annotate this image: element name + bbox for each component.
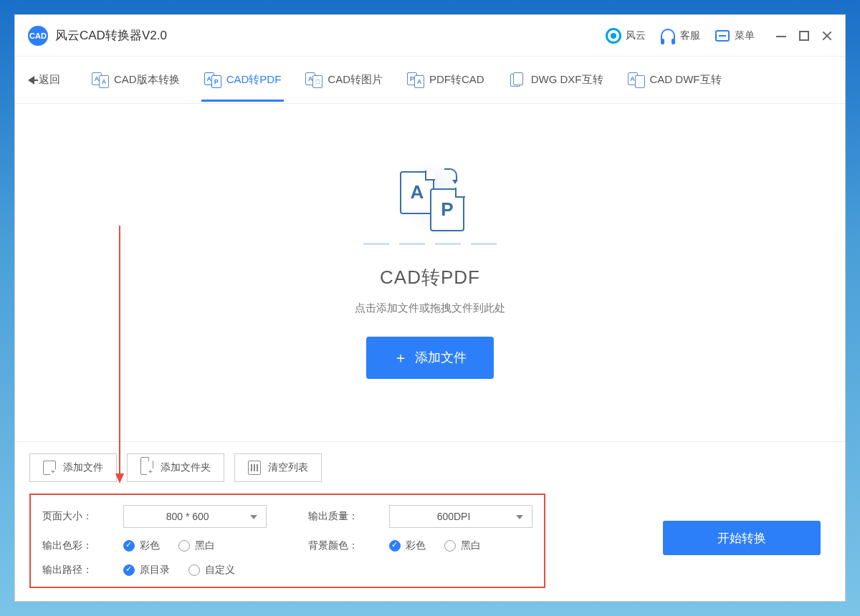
radio-label: 自定义	[205, 564, 235, 577]
radio-unchecked-icon	[444, 540, 456, 552]
radio-unchecked-icon	[178, 540, 190, 552]
drop-title: CAD转PDF	[380, 265, 480, 290]
output-path-group: 原目录 自定义	[123, 564, 532, 577]
radio-label: 黑白	[195, 539, 215, 552]
tab-label: CAD DWF互转	[650, 73, 722, 87]
tab-label: DWG DXF互转	[531, 73, 603, 87]
radio-label: 黑白	[461, 539, 481, 552]
radio-label: 彩色	[140, 539, 160, 552]
doc-convert-icon: A□	[305, 72, 322, 88]
tab-label: PDF转CAD	[429, 73, 484, 87]
headset-icon	[660, 28, 676, 44]
output-quality-select[interactable]: 600DPI	[389, 505, 532, 528]
menu-icon	[715, 28, 730, 44]
output-path-label: 输出路径：	[42, 564, 112, 577]
bg-color-label: 背景颜色：	[308, 539, 378, 552]
back-button[interactable]: 返回	[28, 73, 60, 87]
titlebar-right: 风云 客服 菜单	[606, 28, 832, 44]
add-file-main-button[interactable]: ＋ 添加文件	[366, 337, 494, 379]
output-path-custom-radio[interactable]: 自定义	[188, 564, 235, 577]
conversion-illustration-icon: A P	[394, 167, 466, 231]
trash-icon	[248, 461, 261, 475]
decorative-dashes	[363, 243, 497, 245]
page-size-value: 800 * 600	[166, 511, 209, 522]
bottom-panel: 添加文件 添加文件夹 清空列表 页面大小： 800 * 600 输出质量： 60…	[15, 441, 845, 601]
radio-label: 原目录	[140, 564, 170, 577]
app-title: 风云CAD转换器V2.0	[55, 27, 167, 44]
fengyun-button[interactable]: 风云	[606, 28, 646, 44]
add-file-label: 添加文件	[415, 349, 467, 366]
output-color-bw-radio[interactable]: 黑白	[178, 539, 215, 552]
add-folder-label: 添加文件夹	[161, 461, 211, 474]
arrow-left-icon	[28, 76, 34, 85]
doc-convert-icon: AP	[204, 72, 221, 88]
tab-dwg-dxf[interactable]: DWG DXF互转	[506, 59, 606, 101]
tab-cad-to-image[interactable]: A□ CAD转图片	[302, 59, 386, 101]
doc-convert-icon: A	[628, 72, 645, 88]
tabbar: 返回 AA CAD版本转换 AP CAD转PDF A□ CAD转图片 PA PD…	[15, 57, 845, 104]
page-size-label: 页面大小：	[42, 510, 112, 523]
output-path-original-radio[interactable]: 原目录	[123, 564, 170, 577]
menu-label: 菜单	[735, 29, 755, 42]
doc-convert-icon: AA	[92, 72, 109, 88]
radio-checked-icon	[389, 540, 401, 552]
radio-checked-icon	[123, 540, 135, 552]
tab-pdf-to-cad[interactable]: PA PDF转CAD	[404, 59, 487, 101]
kefu-label: 客服	[680, 29, 700, 42]
file-button-row: 添加文件 添加文件夹 清空列表	[29, 453, 831, 482]
tab-cad-version[interactable]: AA CAD版本转换	[89, 59, 183, 101]
menu-button[interactable]: 菜单	[715, 28, 755, 44]
bg-color-group: 彩色 黑白	[389, 539, 532, 552]
app-logo-icon: CAD	[28, 26, 48, 46]
app-window: CAD 风云CAD转换器V2.0 风云 客服 菜单	[14, 14, 846, 602]
customer-service-button[interactable]: 客服	[660, 28, 700, 44]
add-file-label: 添加文件	[63, 461, 103, 474]
minimize-button[interactable]	[776, 31, 786, 41]
tab-cad-to-pdf[interactable]: AP CAD转PDF	[201, 59, 285, 101]
svg-marker-1	[115, 473, 124, 483]
start-convert-button[interactable]: 开始转换	[663, 521, 821, 555]
maximize-button[interactable]	[799, 31, 809, 41]
back-label: 返回	[39, 73, 60, 87]
annotation-arrow-icon	[115, 226, 124, 486]
file-add-icon	[43, 461, 56, 475]
close-button[interactable]	[822, 31, 832, 41]
output-quality-label: 输出质量：	[308, 510, 378, 523]
radio-label: 彩色	[406, 539, 426, 552]
tab-label: CAD版本转换	[114, 73, 180, 87]
clear-list-button[interactable]: 清空列表	[234, 453, 322, 482]
output-color-group: 彩色 黑白	[123, 539, 267, 552]
add-folder-button[interactable]: 添加文件夹	[127, 453, 224, 482]
plus-icon: ＋	[393, 348, 408, 367]
drop-zone[interactable]: A P CAD转PDF 点击添加文件或拖拽文件到此处 ＋ 添加文件	[15, 104, 845, 441]
titlebar: CAD 风云CAD转换器V2.0 风云 客服 菜单	[15, 15, 845, 57]
tab-label: CAD转PDF	[226, 73, 282, 87]
fengyun-label: 风云	[626, 29, 646, 42]
tab-label: CAD转图片	[328, 73, 383, 87]
radio-checked-icon	[123, 564, 135, 576]
doc-convert-icon: PA	[407, 72, 424, 88]
radio-unchecked-icon	[188, 564, 200, 576]
page-size-select[interactable]: 800 * 600	[123, 505, 267, 528]
doc-stack-icon	[509, 72, 526, 88]
bg-color-bw-radio[interactable]: 黑白	[444, 539, 481, 552]
window-controls	[776, 31, 832, 41]
drop-hint: 点击添加文件或拖拽文件到此处	[355, 302, 505, 315]
output-color-color-radio[interactable]: 彩色	[123, 539, 160, 552]
options-panel: 页面大小： 800 * 600 输出质量： 600DPI 输出色彩： 彩色 黑白	[29, 494, 545, 588]
output-quality-value: 600DPI	[437, 511, 471, 522]
output-color-label: 输出色彩：	[42, 539, 112, 552]
add-file-button[interactable]: 添加文件	[29, 453, 117, 482]
bg-color-color-radio[interactable]: 彩色	[389, 539, 426, 552]
target-icon	[606, 28, 621, 44]
folder-add-icon	[140, 461, 153, 475]
tab-cad-dwf[interactable]: A CAD DWF互转	[625, 59, 725, 101]
clear-list-label: 清空列表	[268, 461, 308, 474]
